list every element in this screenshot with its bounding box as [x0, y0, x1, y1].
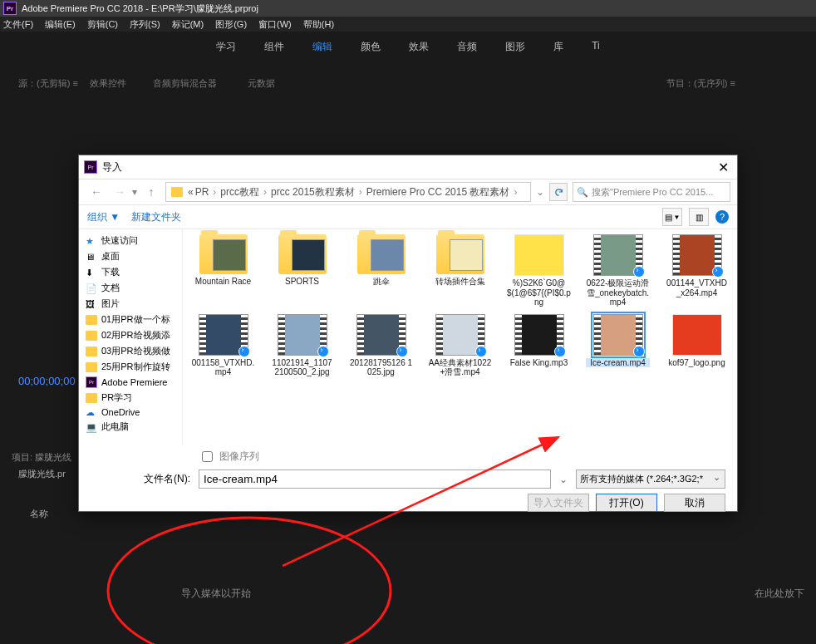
sidebar-item-label: 桌面	[101, 250, 120, 263]
file-item[interactable]: Ice-cream.mp4	[586, 314, 650, 377]
file-name: Ice-cream.mp4	[586, 358, 650, 368]
menu-item[interactable]: 窗口(W)	[258, 18, 292, 31]
file-item[interactable]: SPORTS	[270, 234, 334, 307]
doc-icon: 📄	[86, 283, 97, 293]
breadcrumb-segment[interactable]: PR	[195, 186, 209, 198]
file-thumb	[593, 234, 643, 276]
file-thumb	[278, 234, 327, 274]
menu-item[interactable]: 文件(F)	[3, 18, 33, 31]
sidebar-item[interactable]: 🖥桌面	[79, 248, 182, 264]
file-item[interactable]: 001144_VTXHD_x264.mp4	[665, 234, 729, 307]
panel-project[interactable]: 项目: 朦胧光线	[12, 451, 71, 464]
file-item[interactable]: 11021914_11072100500_2.jpg	[270, 314, 334, 377]
file-item[interactable]: Mountain Race	[191, 234, 255, 307]
sidebar-item[interactable]: ☁OneDrive	[79, 406, 182, 419]
help-icon[interactable]: ?	[715, 210, 729, 224]
sidebar-item[interactable]: 25用PR制作旋转	[79, 359, 182, 375]
file-grid[interactable]: Mountain RaceSPORTS跳伞转场插件合集%)S2K6`G0@$(1…	[183, 229, 737, 445]
project-file-name: 朦胧光线.pr	[18, 468, 66, 480]
view-mode-button[interactable]: ▤▼	[662, 208, 682, 226]
file-item[interactable]: 201281795126 1025.jpg	[349, 314, 413, 377]
breadcrumb-segment[interactable]: prcc 2015教程素材	[271, 185, 355, 199]
file-thumb	[514, 314, 564, 356]
file-name: 201281795126 1025.jpg	[349, 358, 413, 377]
menu-item[interactable]: 剪辑(C)	[87, 18, 118, 31]
menu-item[interactable]: 序列(S)	[130, 18, 160, 31]
workspace-tab[interactable]: 音频	[457, 40, 477, 54]
breadcrumb[interactable]: « PR›prcc教程›prcc 2015教程素材›Premiere Pro C…	[165, 182, 531, 202]
organize-button[interactable]: 组织 ▼	[87, 210, 120, 224]
search-input[interactable]: 🔍 搜索"Premiere Pro CC 2015...	[573, 182, 730, 202]
panel-meta[interactable]: 元数据	[248, 77, 275, 90]
panel-audiomix[interactable]: 音频剪辑混合器	[153, 77, 217, 90]
drop-media-prompt[interactable]: 导入媒体以开始	[181, 587, 251, 601]
sidebar-item-label: 02用PR给视频添	[101, 329, 170, 342]
menu-item[interactable]: 标记(M)	[172, 18, 204, 31]
preview-pane-button[interactable]: ▥	[689, 208, 709, 226]
sidebar-item-label: PR学习	[101, 391, 132, 404]
app-menubar[interactable]: 文件(F)编辑(E)剪辑(C)序列(S)标记(M)图形(G)窗口(W)帮助(H)	[0, 17, 816, 32]
menu-item[interactable]: 编辑(E)	[45, 18, 76, 31]
file-item[interactable]: AA经典素材1022+滑雪.mp4	[428, 314, 492, 377]
import-folder-button[interactable]: 导入文件夹	[528, 494, 589, 512]
nav-forward-button[interactable]: →	[109, 183, 127, 201]
workspace-tab[interactable]: 组件	[264, 40, 284, 54]
panel-program[interactable]: 节目：(无序列) ≡	[666, 77, 735, 90]
workspace-tab[interactable]: 库	[553, 40, 563, 54]
sidebar-item[interactable]: PR学习	[79, 390, 182, 406]
file-filter-text: 所有支持的媒体 (*.264;*.3G2;*	[580, 473, 703, 485]
file-item[interactable]: %)S2K6`G0@$(1@6$7{(PI$0.png	[507, 234, 571, 307]
workspace-tab[interactable]: 学习	[216, 40, 236, 54]
file-item[interactable]: 0622-极限运动滑雪_onekeybatch.mp4	[586, 234, 650, 307]
sidebar-item-label: 01用PR做一个标	[101, 313, 170, 326]
file-item[interactable]: 转场插件合集	[428, 234, 492, 307]
menu-item[interactable]: 图形(G)	[215, 18, 247, 31]
sidebar-item[interactable]: 💻此电脑	[79, 419, 182, 435]
file-item[interactable]: False King.mp3	[507, 314, 571, 377]
filename-input[interactable]	[199, 469, 551, 489]
nav-up-button[interactable]: ↑	[142, 183, 160, 201]
sidebar-item[interactable]: 🖼图片	[79, 296, 182, 312]
app-titlebar: Pr Adobe Premiere Pro CC 2018 - E:\PR学习\…	[0, 0, 816, 17]
sidebar-item-label: 此电脑	[101, 420, 129, 433]
panel-effects[interactable]: 效果控件	[90, 77, 126, 90]
folder-icon	[86, 331, 97, 341]
file-item[interactable]: 001158_VTXHD.mp4	[191, 314, 255, 377]
workspace-tab[interactable]: 颜色	[361, 40, 381, 54]
workspace-tabs[interactable]: 学习组件编辑颜色效果音频图形库Ti	[0, 32, 816, 59]
nav-back-button[interactable]: ←	[86, 183, 104, 201]
app-title: Adobe Premiere Pro CC 2018 - E:\PR学习\朦胧光…	[22, 2, 258, 15]
file-thumb	[593, 314, 643, 356]
menu-item[interactable]: 帮助(H)	[303, 18, 334, 31]
dialog-navbar: ← → ▾ ↑ « PR›prcc教程›prcc 2015教程素材›Premie…	[79, 179, 737, 205]
image-sequence-checkbox[interactable]: 图像序列	[199, 449, 725, 465]
sidebar-item[interactable]: 02用PR给视频添	[79, 327, 182, 343]
dialog-sidebar[interactable]: ★快速访问🖥桌面⬇下载📄文档🖼图片01用PR做一个标02用PR给视频添03用PR…	[79, 229, 183, 445]
sidebar-item[interactable]: 01用PR做一个标	[79, 312, 182, 327]
panel-source[interactable]: 源：(无剪辑) ≡	[18, 77, 78, 90]
refresh-button[interactable]	[549, 183, 568, 201]
breadcrumb-segment[interactable]: prcc教程	[220, 185, 259, 199]
checkbox-input[interactable]	[202, 451, 213, 462]
breadcrumb-segment[interactable]: Premiere Pro CC 2015 教程素材	[366, 185, 510, 199]
new-folder-button[interactable]: 新建文件夹	[131, 210, 181, 224]
file-item[interactable]: kof97_logo.png	[665, 314, 729, 377]
cancel-button[interactable]: 取消	[664, 494, 725, 512]
drop-here-prompt[interactable]: 在此处放下	[755, 587, 804, 601]
file-name: 11021914_11072100500_2.jpg	[270, 358, 334, 377]
close-icon[interactable]: ✕	[715, 160, 732, 175]
sidebar-item[interactable]: 03用PR给视频做	[79, 343, 182, 359]
sidebar-item[interactable]: PrAdobe Premiere	[79, 375, 182, 390]
column-name[interactable]: 名称	[30, 508, 48, 520]
workspace-tab[interactable]: 编辑	[312, 40, 332, 54]
sidebar-item[interactable]: ⬇下载	[79, 264, 182, 280]
open-button[interactable]: 打开(O)	[596, 494, 657, 512]
sidebar-item[interactable]: 📄文档	[79, 280, 182, 296]
file-filter-combo[interactable]: 所有支持的媒体 (*.264;*.3G2;*	[576, 469, 725, 489]
workspace-tab[interactable]: Ti	[592, 40, 600, 54]
workspace-tab[interactable]: 效果	[409, 40, 429, 54]
sidebar-item[interactable]: ★快速访问	[79, 233, 182, 248]
workspace-tab[interactable]: 图形	[505, 40, 525, 54]
search-icon: 🔍	[577, 187, 588, 198]
file-item[interactable]: 跳伞	[349, 234, 413, 307]
